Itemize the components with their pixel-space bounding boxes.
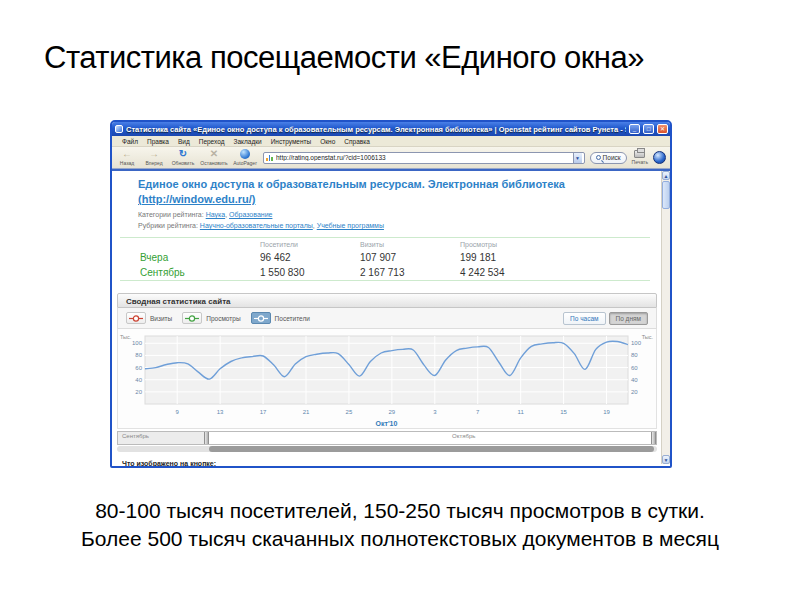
url-dropdown-icon[interactable]: ▼ [573, 153, 582, 163]
by-hours-button[interactable]: По часам [563, 312, 605, 325]
address-bar[interactable]: ▼ [263, 152, 585, 164]
cell-value: 1 550 830 [260, 267, 360, 278]
stats-header-row: Посетители Визиты Просмотры [120, 238, 650, 250]
svg-text:100: 100 [631, 340, 642, 346]
scrollbar-thumb[interactable] [209, 446, 654, 452]
menu-view[interactable]: Вид [178, 138, 190, 145]
forward-button[interactable]: → Вперед [143, 149, 165, 166]
menu-edit[interactable]: Правка [147, 138, 169, 145]
svg-text:Тыс.: Тыс. [642, 334, 654, 340]
summary-stats-panel: Сводная статистика сайта Визиты [117, 293, 657, 466]
slider-main-segment[interactable]: Октябрь [209, 432, 651, 444]
site-title: Единое окно доступа к образовательным ре… [138, 178, 565, 190]
window-titlebar[interactable]: Статистика сайта «Единое окно доступа к … [112, 122, 670, 136]
rating-rubrics: Рубрики рейтинга: Научно-образовательные… [138, 222, 384, 229]
slider-right-handle[interactable] [651, 432, 656, 444]
slide-title: Статистика посещаемости «Единого окна» [44, 40, 644, 76]
by-days-button[interactable]: По дням [609, 312, 648, 325]
divider [120, 280, 650, 281]
rating-categories: Категории рейтинга: Наука, Образование [138, 211, 272, 218]
legend-visitors-button[interactable] [251, 312, 271, 324]
caption-line-2: Более 500 тысяч скачанных полнотекстовых… [0, 525, 800, 553]
minimize-button[interactable]: _ [629, 124, 640, 134]
reload-icon: ↻ [179, 149, 187, 159]
legend-label: Визиты [150, 315, 172, 322]
col-visits: Визиты [360, 241, 460, 248]
window-title: Статистика сайта «Единое окно доступа к … [126, 125, 626, 134]
cell-value: 107 907 [360, 252, 460, 263]
line-marker-icon [253, 314, 269, 323]
presentation-slide: Статистика посещаемости «Единого окна» С… [0, 0, 800, 600]
svg-text:40: 40 [135, 377, 142, 383]
svg-text:3: 3 [433, 409, 437, 415]
menu-bookmarks[interactable]: Закладки [234, 138, 262, 145]
scroll-down-icon[interactable]: ▼ [662, 455, 670, 464]
svg-text:17: 17 [260, 409, 267, 415]
category-link[interactable]: Образование [229, 211, 272, 218]
stats-table: Посетители Визиты Просмотры Вчера 96 462… [120, 237, 650, 281]
vertical-scrollbar[interactable]: ▲ ▼ [661, 171, 670, 464]
col-visitors: Посетители [260, 241, 360, 248]
legend-visits-button[interactable] [126, 312, 146, 324]
row-label[interactable]: Вчера [120, 252, 260, 263]
svg-text:21: 21 [303, 409, 310, 415]
svg-text:19: 19 [603, 409, 610, 415]
navigation-toolbar: ← Назад → Вперед ↻ Обновить ✕ Остановить… [112, 147, 670, 169]
svg-text:7: 7 [476, 409, 480, 415]
svg-text:11: 11 [518, 409, 525, 415]
printer-icon [634, 150, 645, 158]
site-url-link[interactable]: (http://window.edu.ru/) [138, 193, 256, 205]
cell-value: 4 242 534 [460, 267, 560, 278]
menu-help[interactable]: Справка [344, 138, 370, 145]
menu-tools[interactable]: Инструменты [271, 138, 312, 145]
svg-text:29: 29 [389, 409, 396, 415]
svg-text:20: 20 [631, 389, 638, 395]
svg-text:Окт'10: Окт'10 [376, 420, 398, 427]
site-heading-link[interactable]: Единое окно доступа к образовательным ре… [138, 177, 618, 207]
svg-text:40: 40 [631, 377, 638, 383]
caption-line-1: 80-100 тысяч посетителей, 150-250 тысяч … [0, 497, 800, 525]
rubric-link[interactable]: Учебные программы [317, 222, 384, 229]
legend-label: Посетители [275, 315, 310, 322]
cell-value: 96 462 [260, 252, 360, 263]
seamonkey-logo-icon[interactable] [653, 151, 666, 164]
svg-text:13: 13 [217, 409, 224, 415]
slider-right-label: Октябрь [452, 433, 475, 439]
svg-text:15: 15 [560, 409, 567, 415]
category-link[interactable]: Наука [206, 211, 225, 218]
close-button[interactable]: ✕ [657, 124, 668, 134]
reload-button[interactable]: ↻ Обновить [170, 149, 196, 166]
svg-text:Тыс.: Тыс. [120, 334, 132, 340]
menu-go[interactable]: Переход [199, 138, 225, 145]
table-row: Сентябрь 1 550 830 2 167 713 4 242 534 [120, 265, 650, 280]
print-button[interactable]: Печать [632, 150, 648, 165]
legend-views-button[interactable] [182, 312, 202, 324]
svg-text:25: 25 [346, 409, 353, 415]
chart-mode-buttons: По часам По дням [563, 312, 648, 325]
menu-file[interactable]: Файл [122, 138, 138, 145]
svg-text:9: 9 [176, 409, 180, 415]
back-button[interactable]: ← Назад [116, 149, 138, 166]
date-range-slider: Сентябрь Октябрь [117, 431, 657, 445]
svg-text:60: 60 [631, 365, 638, 371]
scrollbar-thumb[interactable] [662, 181, 670, 209]
rubric-link[interactable]: Научно-образовательные порталы [200, 222, 313, 229]
url-input[interactable] [276, 154, 570, 161]
scroll-up-icon[interactable]: ▲ [662, 171, 670, 180]
panel-title: Сводная статистика сайта [117, 293, 657, 308]
slider-left-segment[interactable]: Сентябрь [118, 432, 204, 444]
autopager-button[interactable]: AutoPager [232, 149, 258, 166]
search-icon [596, 155, 601, 160]
stop-button[interactable]: ✕ Остановить [201, 149, 227, 166]
chart-legend-bar: Визиты Просмотры Посетит [117, 308, 657, 329]
maximize-button[interactable]: □ [643, 124, 654, 134]
window-app-icon [115, 125, 123, 133]
browser-window: Статистика сайта «Единое окно доступа к … [110, 120, 672, 468]
row-label[interactable]: Сентябрь [120, 267, 260, 278]
search-button[interactable]: Поиск [590, 152, 627, 164]
traffic-chart-svg: 2020404060608080100100913172125293711151… [118, 330, 655, 428]
stop-icon: ✕ [210, 149, 218, 159]
menu-window[interactable]: Окно [320, 138, 335, 145]
svg-text:20: 20 [135, 389, 142, 395]
chart-horizontal-scrollbar[interactable] [117, 446, 657, 452]
